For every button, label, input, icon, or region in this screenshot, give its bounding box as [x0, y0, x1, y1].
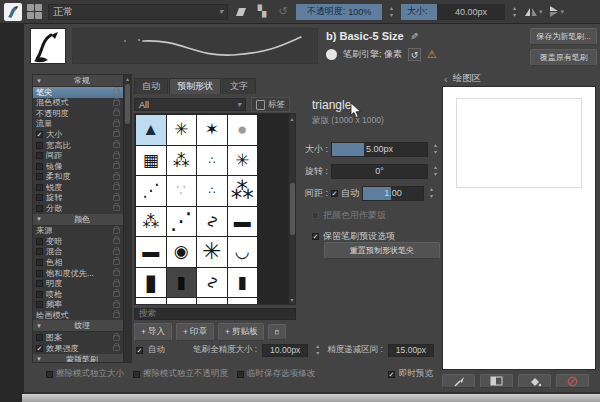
auto-precision-checkbox[interactable]: ✓ — [136, 347, 143, 354]
spin-up-icon[interactable]: ▴ — [434, 142, 437, 149]
option-item[interactable]: 分散 — [33, 203, 123, 214]
option-checkbox[interactable] — [36, 205, 43, 212]
overwrite-brush-button[interactable]: 覆盖原有笔刷 — [530, 49, 597, 66]
eraser-opacity-checkbox[interactable] — [133, 371, 140, 378]
scratchpad-clear-button[interactable] — [556, 374, 589, 388]
full-size-field[interactable]: 10.00px — [262, 344, 308, 357]
blending-mode-dropdown[interactable]: 正常 ▾ — [48, 4, 228, 20]
spin-up-icon[interactable]: ▴ — [390, 5, 393, 12]
option-checkbox[interactable] — [36, 194, 43, 201]
workspace-chooser-button[interactable] — [27, 4, 43, 20]
preserve-alpha-icon[interactable]: ▚ — [254, 4, 270, 20]
option-checkbox[interactable] — [36, 184, 43, 191]
options-section-header[interactable]: ▼颜色 — [33, 214, 123, 226]
collapse-icon[interactable]: ▼ — [36, 323, 42, 329]
brush-tip-tab-1[interactable]: 预制形状 — [169, 78, 221, 94]
brush-tip-tab-2[interactable]: 文字 — [222, 78, 256, 94]
option-item[interactable]: 柔和度 — [33, 171, 123, 182]
reload-original-icon[interactable]: ↺ — [275, 4, 291, 20]
option-item[interactable]: 明度 — [33, 278, 123, 289]
scrollbar-thumb[interactable] — [290, 183, 295, 235]
tip-rotation-spinner[interactable]: ▴ ▾ — [431, 163, 440, 179]
brush-tip-cell[interactable]: ✳ — [228, 146, 258, 176]
mirror-vertical-button[interactable]: ▾ — [548, 5, 565, 18]
option-item[interactable]: 变暗 — [33, 236, 123, 247]
opacity-slider[interactable]: 不透明度: 100% — [296, 4, 382, 20]
option-checkbox[interactable] — [36, 152, 43, 159]
scratchpad-header[interactable]: ‹ 绘图区 — [444, 72, 481, 85]
mirror-horizontal-button[interactable]: ▾ — [524, 6, 543, 17]
brush-tip-cell[interactable]: ◉ — [167, 237, 197, 267]
brush-tip-cell[interactable]: ∴ — [197, 176, 227, 206]
option-checkbox[interactable]: ✓ — [36, 131, 43, 138]
collapse-icon[interactable]: ▼ — [36, 78, 42, 84]
scratchpad-canvas[interactable] — [442, 86, 596, 370]
option-checkbox[interactable] — [36, 291, 43, 298]
option-item[interactable]: 色相 — [33, 257, 123, 268]
chevron-down-icon[interactable]: ▾ — [561, 8, 565, 16]
options-section-header[interactable]: ▼纹理 — [33, 320, 123, 332]
brush-tip-cell[interactable]: ● — [167, 298, 197, 304]
option-item[interactable]: 笔尖 — [33, 87, 123, 98]
option-checkbox[interactable] — [36, 248, 43, 255]
option-item[interactable]: 混合 — [33, 247, 123, 258]
scratchpad-paint-button[interactable] — [442, 374, 475, 388]
scroll-up-icon[interactable]: ▴ — [126, 75, 129, 82]
brush-tip-cell[interactable]: ◡ — [228, 237, 258, 267]
option-item[interactable]: 流量 — [33, 119, 123, 130]
collapse-icon[interactable]: ▼ — [36, 356, 42, 362]
option-item[interactable]: 不透明度 — [33, 108, 123, 119]
scratchpad-fill-gradient-button[interactable] — [480, 374, 513, 388]
search-input[interactable]: 搜索 — [134, 308, 296, 320]
brush-tip-cell[interactable]: ▬ — [228, 207, 258, 237]
delete-brush-button[interactable] — [268, 324, 286, 340]
option-checkbox[interactable] — [36, 173, 43, 180]
spin-down-icon[interactable]: ▾ — [316, 350, 319, 357]
option-checkbox[interactable] — [36, 301, 43, 308]
eraser-mode-icon[interactable] — [233, 4, 249, 20]
opacity-spinner[interactable]: ▴ ▾ — [387, 4, 396, 20]
brush-tip-cell[interactable]: ⋰ — [136, 176, 166, 206]
brush-tip-tab-0[interactable]: 自动 — [134, 78, 168, 94]
option-item[interactable]: 间距 — [33, 150, 123, 161]
option-checkbox[interactable]: ✓ — [36, 345, 43, 352]
collapse-icon[interactable]: ▼ — [36, 216, 42, 222]
option-checkbox[interactable] — [36, 334, 43, 341]
scratchpad-fill-background-button[interactable] — [518, 374, 551, 388]
spin-down-icon[interactable]: ▾ — [390, 12, 393, 19]
scrollbar-thumb[interactable] — [125, 84, 130, 124]
option-item[interactable]: 旋转 — [33, 192, 123, 203]
stamp-button[interactable]: + 印章 — [176, 323, 214, 341]
options-section-header[interactable]: ▼蒙版笔刷 — [33, 354, 123, 362]
tip-size-slider[interactable]: 5.00px — [331, 142, 428, 157]
brush-tip-cell[interactable]: ● — [228, 115, 258, 145]
brush-tip-cell[interactable]: ▮ — [167, 268, 197, 298]
spin-down-icon[interactable]: ▾ — [434, 149, 437, 156]
full-size-spinner[interactable]: ▴ ▾ — [313, 342, 322, 358]
option-item[interactable]: 来源 — [33, 226, 123, 237]
option-checkbox[interactable] — [36, 270, 43, 277]
spin-up-icon[interactable]: ▴ — [316, 343, 319, 350]
option-item[interactable]: 绘画模式 — [33, 310, 123, 321]
brush-tip-cell[interactable]: ⁂ — [228, 176, 258, 206]
brush-tip-cell[interactable]: ✳ — [167, 115, 197, 145]
auto-spacing-checkbox[interactable]: ✓ — [331, 190, 338, 197]
brush-tip-cell[interactable]: ▲ — [136, 115, 166, 145]
tag-filter-dropdown[interactable]: All ▾ — [134, 98, 246, 111]
save-new-brush-button[interactable]: 保存为新笔刷... — [530, 28, 597, 45]
option-item[interactable]: 混色模式 — [33, 98, 123, 109]
reset-tip-button[interactable]: 重置预制形状笔尖 — [324, 242, 440, 259]
brush-tip-cell[interactable]: ⋰ — [167, 207, 197, 237]
clipboard-button[interactable]: + 剪贴板 — [218, 323, 264, 341]
brush-tip-cell[interactable]: ▮ — [228, 268, 258, 298]
preserve-preset-checkbox[interactable]: ✓ — [312, 233, 319, 240]
tip-size-spinner[interactable]: ▴ ▾ — [431, 141, 440, 157]
spin-up-icon[interactable]: ▴ — [434, 164, 437, 171]
option-item[interactable]: 饱和度优先... — [33, 268, 123, 279]
spin-down-icon[interactable]: ▾ — [430, 193, 433, 200]
option-checkbox[interactable] — [36, 238, 43, 245]
option-checkbox[interactable] — [36, 259, 43, 266]
edit-name-icon[interactable]: ✎ — [410, 31, 418, 42]
option-item[interactable]: 宽高比 — [33, 140, 123, 151]
scroll-up-icon[interactable]: ▴ — [290, 115, 293, 122]
